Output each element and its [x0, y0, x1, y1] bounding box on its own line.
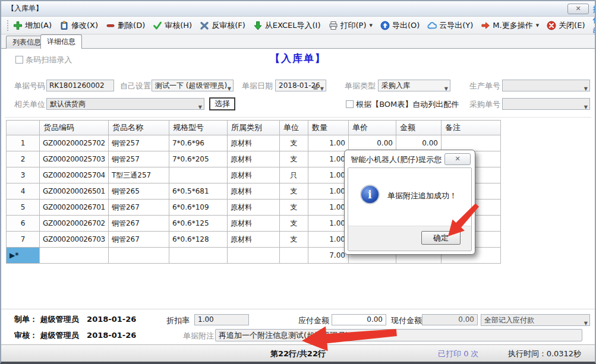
- cell-name[interactable]: 铜管265: [108, 183, 169, 200]
- cell-spec[interactable]: 7*0.6*96: [169, 135, 227, 151]
- cell-category[interactable]: 原材料: [227, 183, 279, 200]
- choose-button[interactable]: 选择: [209, 97, 235, 110]
- toolbar-button-close[interactable]: 关闭(E): [547, 20, 585, 31]
- cell-spec[interactable]: [169, 167, 227, 183]
- cell-rownum[interactable]: 7: [7, 232, 40, 248]
- cell-category[interactable]: 原材料: [227, 135, 279, 151]
- header-price[interactable]: 单价: [348, 121, 396, 135]
- bom-checkbox[interactable]: [346, 100, 354, 108]
- pay-mode-dropdown[interactable]: 全部记入应付款▼: [481, 314, 590, 326]
- cell-spec[interactable]: 6*0.6*125: [169, 216, 227, 232]
- chevron-down-icon: ▼: [584, 102, 588, 110]
- cell-code[interactable]: GZ000200026702: [40, 216, 109, 232]
- header-unit[interactable]: 单位: [279, 121, 308, 135]
- cell-rownum[interactable]: 1: [7, 135, 40, 151]
- cell-rownum[interactable]: 6: [7, 216, 40, 232]
- header-qty[interactable]: 数量: [308, 121, 348, 135]
- cell-rownum[interactable]: 3: [7, 167, 40, 183]
- cell-category[interactable]: 原材料: [227, 151, 279, 167]
- toolbar-button-audit[interactable]: 审核(H): [153, 20, 192, 31]
- cell-qty[interactable]: 1.00: [308, 135, 348, 151]
- toolbar-button-export[interactable]: 导出(O): [380, 20, 420, 31]
- toolbar-button-delete[interactable]: 删除(D): [106, 20, 145, 31]
- cell-spec[interactable]: 7*0.6*205: [169, 151, 227, 167]
- purchase-no-dropdown[interactable]: ▼: [502, 98, 590, 110]
- table-row[interactable]: 1GZ000200025702铜管2577*0.6*96原材料支1.000.00…: [7, 135, 501, 151]
- toolbar-button-excel-import[interactable]: 从EXCEL导入(I): [253, 20, 321, 31]
- window-close-button[interactable]: ✕: [567, 4, 589, 14]
- cell-unit[interactable]: 支: [279, 216, 308, 232]
- cell-unit[interactable]: 只: [279, 167, 308, 183]
- toolbar-label: 打印(P): [340, 20, 367, 31]
- cell-name[interactable]: 铜管257: [108, 151, 169, 167]
- toolbar-button-unaudit[interactable]: 反审核(F): [200, 20, 245, 31]
- cell-name[interactable]: [108, 248, 169, 264]
- toolbar-button-modify[interactable]: 修改(X): [59, 20, 98, 31]
- doc-type-dropdown[interactable]: 采购入库▼: [378, 80, 450, 91]
- cell-rownum[interactable]: 2: [7, 151, 40, 167]
- cell-qty[interactable]: 1.00: [308, 167, 348, 183]
- doc-no-input[interactable]: RK1801260002: [46, 80, 114, 91]
- self-set-dropdown[interactable]: 测试一下 (超级管理员)▼: [152, 80, 234, 91]
- header-note[interactable]: 备注: [441, 121, 500, 135]
- cell-qty[interactable]: 1.00: [308, 232, 348, 248]
- cell-rownum[interactable]: 4: [7, 183, 40, 200]
- cell-code[interactable]: GZ000200025704: [40, 167, 109, 183]
- cell-unit[interactable]: 支: [279, 151, 308, 167]
- cell-spec[interactable]: 6*0.6*128: [169, 232, 227, 248]
- payable-input[interactable]: 0.00: [332, 314, 386, 325]
- cell-unit[interactable]: 支: [279, 135, 308, 151]
- toolbar-button-more[interactable]: M.更多操作 ▼: [481, 20, 539, 31]
- cell-name[interactable]: T型三通257: [108, 167, 169, 183]
- toolbar-button-print[interactable]: 打印(P) ▼: [329, 20, 373, 31]
- cell-price[interactable]: 0.00: [348, 135, 396, 151]
- cell-code[interactable]: GZ000200025703: [40, 151, 109, 167]
- header-amount[interactable]: 金额: [396, 121, 441, 135]
- cell-name[interactable]: 铜管257: [108, 135, 169, 151]
- cell-spec[interactable]: [169, 248, 227, 264]
- cell-spec[interactable]: 6*0.5*681: [169, 183, 227, 200]
- cell-rownum[interactable]: ▶*: [7, 248, 40, 264]
- prod-no-dropdown[interactable]: ▼: [502, 80, 590, 91]
- doc-date-picker[interactable]: 2018-01-26▦▼: [275, 80, 326, 91]
- cell-amount[interactable]: 0.00: [396, 135, 441, 151]
- cell-unit[interactable]: [279, 248, 308, 264]
- cell-qty[interactable]: 1.00: [308, 151, 348, 167]
- cell-name[interactable]: 铜管267: [108, 216, 169, 232]
- cell-unit[interactable]: 支: [279, 232, 308, 248]
- related-unit-dropdown[interactable]: 默认供货商▼: [46, 98, 204, 110]
- cell-category[interactable]: 原材料: [227, 216, 279, 232]
- header-spec[interactable]: 规格型号: [169, 121, 227, 135]
- cell-unit[interactable]: 支: [279, 200, 308, 216]
- discount-input[interactable]: 1.00: [194, 314, 249, 325]
- cell-category[interactable]: 原材料: [227, 200, 279, 216]
- header-category[interactable]: 所属类别: [227, 121, 279, 135]
- cell-note[interactable]: [441, 135, 500, 151]
- ok-button[interactable]: 确定: [421, 231, 461, 245]
- toolbar-button-cloud-export[interactable]: 云导出(Y): [427, 20, 473, 31]
- cell-spec[interactable]: 6*0.6*109: [169, 200, 227, 216]
- cell-qty[interactable]: 1.00: [308, 216, 348, 232]
- header-code[interactable]: 货品编码: [40, 121, 109, 135]
- cell-code[interactable]: GZ000200026701: [40, 200, 109, 216]
- dialog-close-button[interactable]: ✕: [444, 153, 471, 165]
- cell-category[interactable]: [227, 248, 279, 264]
- tab-detail-info[interactable]: 详细信息: [40, 34, 82, 49]
- cell-qty[interactable]: 1.00: [308, 200, 348, 216]
- cell-code[interactable]: GZ000200026703: [40, 232, 109, 248]
- cell-code[interactable]: [40, 248, 109, 264]
- cell-code[interactable]: GZ000200026501: [40, 183, 109, 200]
- paid-input[interactable]: 0.00: [422, 314, 478, 325]
- cell-category[interactable]: 原材料: [227, 167, 279, 183]
- cell-name[interactable]: 铜管267: [108, 200, 169, 216]
- toolbar-button-add[interactable]: 增加(A): [13, 20, 52, 31]
- cell-name[interactable]: 铜管267: [108, 232, 169, 248]
- doc-note-input[interactable]: 再追加一个附注信息测试(超级管理员): [215, 329, 582, 341]
- cell-code[interactable]: GZ000200025702: [40, 135, 109, 151]
- cell-unit[interactable]: 支: [279, 183, 308, 200]
- cell-qty[interactable]: 1.00: [308, 183, 348, 200]
- cell-qty[interactable]: 7.00: [308, 248, 348, 264]
- header-name[interactable]: 货品名称: [108, 121, 169, 135]
- cell-category[interactable]: 原材料: [227, 232, 279, 248]
- cell-rownum[interactable]: 5: [7, 200, 40, 216]
